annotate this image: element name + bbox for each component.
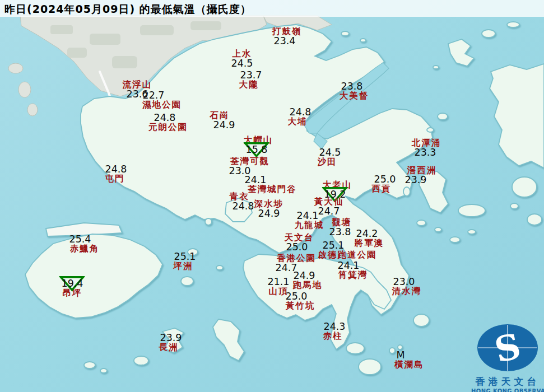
station-name: 跑馬地 [293,281,323,290]
station-label: 青衣24.8 [229,192,250,211]
station-label: 24.9跑馬地 [293,271,323,290]
station-name: 坪洲 [173,262,194,271]
station-name: 黃竹坑 [286,301,315,311]
station-label: 23.7大隴 [238,71,260,90]
station-label: 24.1筲箕灣 [338,261,368,280]
station-value: 25.1 [323,241,345,250]
station-label: 打鼓嶺23.4 [272,27,302,46]
station-value: 24.9 [258,209,280,218]
station-value: 24.2 [356,229,378,239]
station-name: 屯門 [104,174,126,184]
station-value: 24.1 [297,211,319,221]
station-value: 23.7 [240,71,262,80]
station-value: 24.9 [294,271,315,281]
station-label: 25.1啟德跑道公園 [318,241,377,260]
station-name: 橫瀾島 [394,360,424,370]
logo-english-name: HONG KONG OBSERVATORY [471,388,544,392]
station-label: 24.1荃灣城門谷 [248,175,297,194]
station-label: 24.3赤柱 [322,322,344,341]
station-value: 23.8 [341,82,363,91]
station-name: 西貢 [371,184,393,194]
station-label: 25.1坪洲 [173,252,194,271]
station-value: 25.4 [69,235,91,244]
station-label: 24.8大埔 [287,108,309,127]
station-label: 19.4昂坪 [62,279,83,298]
station-label: 25.0西貢 [371,175,393,194]
station-name: 濕地公園 [142,100,182,110]
station-value: 24.5 [319,148,341,157]
min-temperature-map: 昨日(2024年05月09日) 的最低氣溫（攝氏度） 打鼓嶺23.4上水24.5… [0,0,544,392]
station-name: 元朗公園 [148,123,188,132]
station-label: 23.8大美督 [340,82,369,101]
station-name: 赤柱 [322,332,344,341]
station-label: 24.8元朗公園 [148,113,188,132]
station-value: 24.8 [105,165,127,174]
station-name: 啟德跑道公園 [318,250,377,260]
station-value: 24.1 [245,175,267,185]
station-name: 荃灣城門谷 [248,185,297,194]
station-label: 深水埗24.9 [254,199,284,218]
station-value: 24.9 [213,120,235,130]
station-name: 大埔 [287,117,309,127]
station-label: 天文台25.0 [285,233,314,252]
station-label: M橫瀾島 [394,351,424,370]
stations-layer: 打鼓嶺23.4上水24.523.7大隴23.8大美督流浮山23.622.7濕地公… [0,0,544,392]
station-name: 長洲 [158,343,180,352]
station-value: 15.8 [246,145,268,155]
station-name: 筲箕灣 [338,270,368,280]
station-name: 大隴 [238,80,260,90]
hko-logo-icon: S [477,324,538,372]
station-label: 24.8屯門 [104,165,126,184]
station-label: 觀塘23.8 [331,218,353,237]
station-value: 23.8 [329,227,351,237]
station-value: 22.7 [143,91,165,100]
station-label: 24.1九龍城 [295,211,324,230]
station-value: 23.9 [160,333,182,343]
station-label: 荃灣可觀23.0 [230,157,269,176]
station-label: 22.7濕地公園 [142,91,182,110]
station-label: 25.4赤鱲角 [70,235,100,254]
station-label: 滘西洲23.9 [407,166,437,185]
station-value: 24.8 [154,113,176,123]
station-value: M [396,351,404,360]
station-value: 23.9 [405,175,427,185]
station-value: 25.0 [286,292,308,301]
station-label: 石崗24.9 [209,111,231,130]
station-label: 北潭涌23.3 [412,138,441,157]
station-name: 沙田 [317,157,338,167]
station-value: 25.1 [174,252,196,262]
station-value: 24.8 [290,108,311,117]
station-name: 赤鱲角 [70,244,100,254]
logo-chinese-name: 香港天文台 [471,375,544,388]
station-value: 21.1 [268,277,290,287]
hko-logo: S 香港天文台 HONG KONG OBSERVATORY [471,324,544,392]
station-value: 23.3 [415,148,436,157]
station-value: 24.1 [338,261,360,270]
station-label: 上水24.5 [231,49,253,68]
station-value: 24.5 [231,59,253,68]
station-value: 24.3 [324,322,346,332]
station-label: 24.5沙田 [317,148,338,167]
station-value: 25.0 [286,242,308,252]
station-name: 大美督 [340,91,369,101]
station-value: 25.0 [374,175,396,184]
station-value: 23.4 [274,36,296,46]
station-value: 23.0 [393,277,415,287]
station-name: 九龍城 [295,221,324,230]
station-value: 24.8 [233,202,254,211]
station-label: 25.0黃竹坑 [286,292,315,311]
station-label: 23.9長洲 [158,333,180,352]
station-value: 19.4 [62,279,83,288]
station-name: 清水灣 [392,287,422,296]
station-label: 23.0清水灣 [392,277,422,296]
station-label: 大帽山15.8 [244,136,273,155]
